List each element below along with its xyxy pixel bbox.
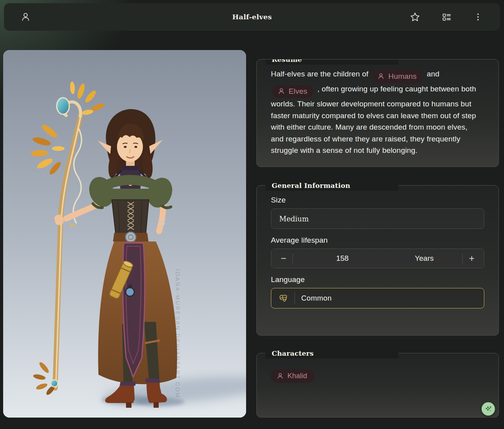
- increment-button[interactable]: +: [468, 254, 475, 263]
- half-elf-illustration: IOANA-MURESAN.DEVIANTART.COM: [3, 50, 246, 418]
- language-value: Common: [301, 294, 332, 303]
- species-artwork[interactable]: IOANA-MURESAN.DEVIANTART.COM: [3, 50, 246, 418]
- language-label: Language: [271, 275, 484, 284]
- resume-text-middle: and: [427, 70, 439, 78]
- person-icon: [278, 87, 285, 95]
- watermark-text: IOANA-MURESAN.DEVIANTART.COM: [174, 269, 181, 399]
- stepper-divider: [462, 253, 463, 264]
- sparkle-icon: [484, 405, 493, 413]
- lifespan-stepper: − 158 Years +: [271, 249, 484, 268]
- theater-masks-icon[interactable]: [278, 293, 288, 303]
- page-title: Half-elves: [4, 13, 500, 21]
- character-chip-khalid[interactable]: Khalid: [271, 369, 314, 383]
- lifespan-value[interactable]: 158: [298, 254, 386, 263]
- lifespan-label: Average lifespan: [271, 236, 484, 245]
- lifespan-unit[interactable]: Years: [392, 254, 457, 263]
- decrement-button[interactable]: −: [280, 254, 287, 263]
- person-icon: [276, 372, 284, 380]
- language-divider: [295, 292, 295, 304]
- size-label: Size: [271, 196, 484, 204]
- resume-paragraph: Half-elves are the children of Humans an…: [271, 68, 479, 156]
- ai-sparkle-button[interactable]: [482, 402, 495, 416]
- resume-text-before: Half-elves are the children of: [271, 70, 369, 78]
- top-bar: Half-elves: [4, 3, 500, 31]
- species-page: IOANA-MURESAN.DEVIANTART.COM Resume Half…: [0, 31, 504, 418]
- person-icon: [377, 72, 385, 80]
- stepper-divider: [293, 253, 293, 264]
- general-information-panel: General Information Size Medium Average …: [256, 185, 499, 336]
- language-field[interactable]: Common: [271, 288, 484, 308]
- mention-chip-humans[interactable]: Humans: [372, 70, 423, 83]
- size-field[interactable]: Medium: [271, 208, 484, 229]
- details-column: Resume Half-elves are the children of Hu…: [256, 50, 499, 418]
- general-information-header: General Information: [265, 180, 398, 191]
- mention-label: Elves: [289, 86, 307, 97]
- characters-header: Characters: [265, 348, 398, 358]
- characters-panel: Characters Khalid: [256, 353, 499, 418]
- size-value: Medium: [279, 215, 309, 223]
- resume-panel: Resume Half-elves are the children of Hu…: [256, 59, 499, 167]
- mention-label: Humans: [388, 71, 417, 82]
- resume-header: Resume: [265, 59, 398, 65]
- character-chip-label: Khalid: [287, 371, 307, 381]
- mention-chip-elves[interactable]: Elves: [272, 85, 313, 98]
